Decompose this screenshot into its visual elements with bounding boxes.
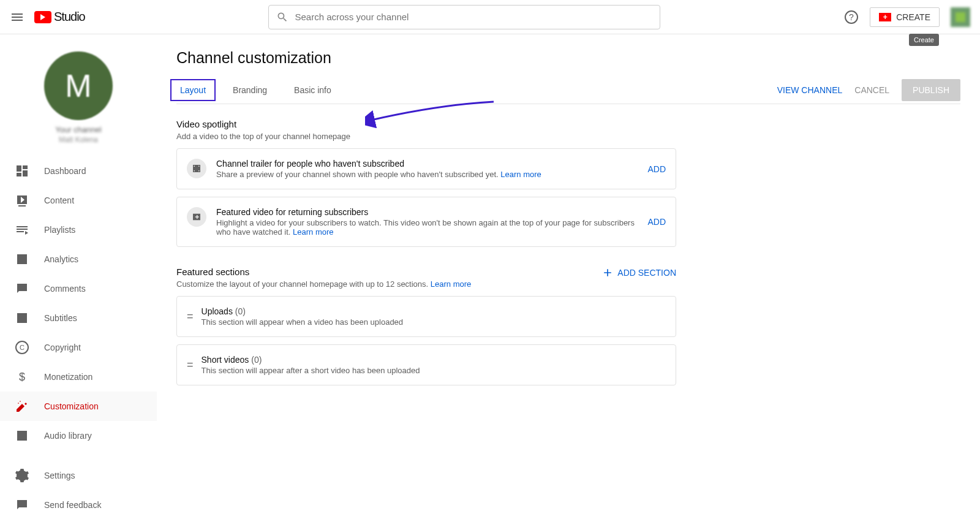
- short-videos-section-card: = Short videos (0) This section will app…: [176, 344, 676, 385]
- nav-label: Content: [44, 195, 74, 205]
- create-button-label: CREATE: [896, 12, 930, 22]
- subtitles-icon: [15, 311, 29, 325]
- card-body: Short videos (0) This section will appea…: [202, 355, 666, 375]
- tab-basic-info[interactable]: Basic info: [290, 77, 335, 104]
- card-title: Featured video for returning subscribers: [216, 207, 638, 217]
- add-button[interactable]: ADD: [647, 164, 666, 174]
- content-icon: [15, 193, 29, 208]
- sidebar-item-subtitles[interactable]: Subtitles: [0, 303, 157, 333]
- tab-actions: VIEW CHANNEL CANCEL PUBLISH: [777, 79, 960, 101]
- count: (0): [251, 355, 262, 365]
- add-section-button[interactable]: ADD SECTION: [601, 267, 676, 279]
- cancel-button[interactable]: CANCEL: [854, 85, 889, 95]
- sidebar-item-dashboard[interactable]: Dashboard: [0, 156, 157, 186]
- section-header-row: Featured sections Customize the layout o…: [176, 267, 676, 289]
- card-body: Uploads (0) This section will appear whe…: [202, 306, 666, 327]
- section-subtitle: Customize the layout of your channel hom…: [176, 279, 471, 289]
- video-add-icon: [187, 207, 206, 227]
- logo-text: Studio: [54, 10, 85, 24]
- sidebar-item-content[interactable]: Content: [0, 186, 157, 215]
- help-icon[interactable]: ?: [844, 10, 859, 25]
- create-button[interactable]: CREATE Create: [870, 7, 940, 27]
- nav-label: Send feedback: [44, 500, 101, 510]
- sidebar-bottom: Settings Send feedback: [0, 461, 157, 520]
- svg-text:$: $: [19, 371, 25, 383]
- card-title: Short videos (0): [202, 355, 666, 365]
- sidebar-item-comments[interactable]: Comments: [0, 274, 157, 303]
- film-icon: [187, 159, 206, 178]
- sidebar-item-analytics[interactable]: Analytics: [0, 245, 157, 274]
- tab-layout[interactable]: Layout: [176, 77, 209, 104]
- menu-icon[interactable]: [10, 10, 24, 25]
- add-section-label: ADD SECTION: [617, 268, 676, 278]
- card-desc: This section will appear after a short v…: [202, 366, 666, 375]
- nav-label: Copyright: [44, 343, 81, 352]
- card-title: Uploads (0): [202, 306, 666, 316]
- svg-text:?: ?: [849, 12, 854, 22]
- nav: Dashboard Content Playlists Analytics Co…: [0, 156, 157, 450]
- playlists-icon: [15, 222, 29, 237]
- comments-icon: [15, 281, 29, 296]
- sidebar: M Your channel Matt Kolena Dashboard Con…: [0, 34, 157, 527]
- tab-label: Layout: [180, 85, 206, 95]
- nav-label: Subtitles: [44, 313, 77, 323]
- nav-label: Dashboard: [44, 166, 86, 176]
- sidebar-item-monetization[interactable]: $ Monetization: [0, 362, 157, 392]
- sidebar-item-customization[interactable]: Customization: [0, 392, 157, 421]
- card-body: Channel trailer for people who haven't s…: [216, 159, 638, 179]
- channel-label: Your channel: [0, 125, 157, 134]
- logo[interactable]: Studio: [34, 10, 85, 24]
- section-subtitle: Add a video to the top of your channel h…: [176, 132, 676, 141]
- settings-icon: [15, 468, 29, 483]
- svg-text:C: C: [20, 344, 24, 351]
- card-body: Featured video for returning subscribers…: [216, 207, 638, 237]
- nav-label: Playlists: [44, 225, 75, 235]
- nav-label: Monetization: [44, 372, 92, 382]
- header: Studio ? CREATE Create: [0, 0, 980, 34]
- create-icon: [879, 13, 891, 21]
- header-right: ? CREATE Create: [844, 7, 970, 27]
- publish-button: PUBLISH: [902, 79, 960, 101]
- sidebar-item-audio-library[interactable]: Audio library: [0, 421, 157, 450]
- content: Video spotlight Add a video to the top o…: [157, 104, 696, 420]
- page-header: Channel customization Layout Branding Ba…: [157, 34, 980, 104]
- sidebar-item-copyright[interactable]: C Copyright: [0, 333, 157, 362]
- section-title: Video spotlight: [176, 119, 676, 129]
- youtube-play-icon: [34, 11, 51, 23]
- learn-more-link[interactable]: Learn more: [500, 170, 541, 179]
- count: (0): [235, 306, 246, 316]
- card-desc: This section will appear when a video ha…: [202, 317, 666, 327]
- search-box[interactable]: [268, 5, 660, 29]
- drag-handle-icon[interactable]: =: [187, 358, 192, 371]
- main: Channel customization Layout Branding Ba…: [157, 34, 980, 527]
- uploads-section-card: = Uploads (0) This section will appear w…: [176, 296, 676, 337]
- channel-name: Matt Kolena: [0, 135, 157, 144]
- channel-avatar[interactable]: M: [44, 51, 113, 120]
- featured-video-card: Featured video for returning subscribers…: [176, 197, 676, 247]
- card-desc: Highlight a video for your subscribers t…: [216, 218, 638, 237]
- add-button[interactable]: ADD: [647, 217, 666, 227]
- nav-label: Analytics: [44, 254, 78, 264]
- audio-library-icon: [15, 428, 29, 443]
- learn-more-link[interactable]: Learn more: [293, 227, 333, 237]
- tab-branding[interactable]: Branding: [229, 77, 271, 104]
- monetization-icon: $: [15, 370, 29, 384]
- learn-more-link[interactable]: Learn more: [431, 279, 471, 289]
- nav-label: Audio library: [44, 431, 92, 441]
- card-desc: Share a preview of your channel shown wi…: [216, 170, 638, 179]
- tabs: Layout Branding Basic info: [176, 77, 335, 104]
- drag-handle-icon[interactable]: =: [187, 310, 192, 323]
- sidebar-item-feedback[interactable]: Send feedback: [0, 490, 157, 520]
- nav-label: Settings: [44, 471, 75, 480]
- dashboard-icon: [15, 164, 29, 178]
- view-channel-link[interactable]: VIEW CHANNEL: [777, 85, 843, 95]
- channel-trailer-card: Channel trailer for people who haven't s…: [176, 148, 676, 189]
- sidebar-item-settings[interactable]: Settings: [0, 461, 157, 490]
- search-input[interactable]: [295, 12, 652, 22]
- card-title: Channel trailer for people who haven't s…: [216, 159, 638, 169]
- featured-sections-section: Featured sections Customize the layout o…: [176, 267, 676, 385]
- avatar[interactable]: [951, 7, 970, 27]
- sidebar-item-playlists[interactable]: Playlists: [0, 215, 157, 245]
- copyright-icon: C: [15, 340, 29, 355]
- customization-icon: [15, 399, 29, 414]
